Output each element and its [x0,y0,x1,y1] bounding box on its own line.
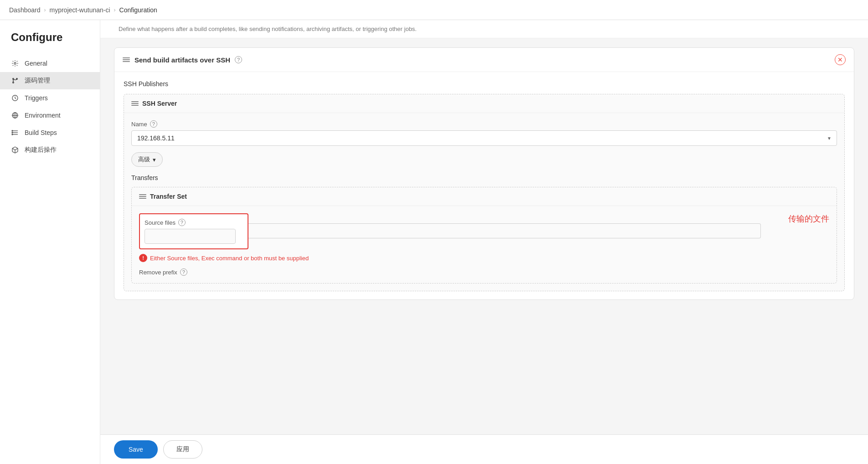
source-files-row: Source files ? 传输的文件 [139,213,829,249]
transfer-body: Source files ? 传输的文件 [132,206,837,283]
sidebar-label-triggers: Triggers [25,94,48,102]
source-files-help-icon[interactable]: ? [178,219,186,226]
sidebar-label-environment: Environment [25,112,61,119]
remove-prefix-row: Remove prefix ? [139,268,829,276]
breadcrumb-sep-1: › [44,7,46,13]
sidebar-label-post-build: 构建后操作 [25,146,57,154]
transfer-drag-handle[interactable] [139,194,146,199]
name-field-label: Name ? [131,120,837,128]
plugin-body: SSH Publishers SSH Server Name [114,72,854,299]
name-help-icon[interactable]: ? [150,120,157,128]
transfer-header: Transfer Set [132,187,837,206]
sidebar-item-build-steps[interactable]: Build Steps [0,124,100,141]
plugin-header: Send build artifacts over SSH ? ✕ [114,48,854,72]
server-drag-handle[interactable] [131,101,139,106]
clock-icon [11,94,19,102]
svg-point-11 [12,134,13,135]
sidebar-item-post-build[interactable]: 构建后操作 [0,141,100,159]
gear-icon [11,59,19,67]
plugin-panel: Send build artifacts over SSH ? ✕ SSH Pu… [114,47,854,300]
ssh-server-box: SSH Server Name ? 192.168.5.11 [124,94,845,291]
server-header: SSH Server [124,94,844,113]
source-files-label: Source files ? [145,219,243,226]
name-select[interactable]: 192.168.5.11 [131,130,837,146]
branch-icon [11,77,19,85]
breadcrumb-dashboard[interactable]: Dashboard [9,6,41,14]
source-files-input[interactable] [145,229,236,244]
plugin-close-button[interactable]: ✕ [835,54,846,65]
remove-prefix-help-icon[interactable]: ? [180,268,187,276]
desc-bar: Define what happens after a build comple… [100,20,868,38]
transfer-title: Transfer Set [150,193,187,200]
sidebar: Configure General 源码管理 [0,20,100,464]
advanced-button[interactable]: 高级 ▾ [131,152,163,167]
save-button[interactable]: Save [114,440,158,459]
sidebar-label-source: 源码管理 [25,77,50,85]
server-title: SSH Server [142,100,177,107]
list-icon [11,129,19,137]
source-files-highlighted: Source files ? [139,213,248,249]
server-body: Name ? 192.168.5.11 高级 ▾ [124,113,844,291]
transfer-set-box: Transfer Set Source files ? [131,187,837,284]
sidebar-item-environment[interactable]: Environment [0,107,100,124]
transfers-label: Transfers [131,174,837,181]
ssh-publishers-label: SSH Publishers [124,80,845,88]
svg-point-9 [12,130,13,131]
content-area: Define what happens after a build comple… [100,20,868,464]
globe-icon [11,111,19,119]
sidebar-item-triggers[interactable]: Triggers [0,89,100,107]
drag-handle[interactable] [123,57,130,62]
name-select-wrapper: 192.168.5.11 [131,130,837,146]
svg-point-10 [12,132,13,133]
breadcrumb-current: Configuration [119,6,157,14]
sidebar-label-general: General [25,60,47,67]
sidebar-item-source[interactable]: 源码管理 [0,72,100,89]
box-icon [11,146,19,154]
svg-point-3 [13,82,14,83]
breadcrumb-sep-2: › [114,7,116,13]
svg-point-0 [14,62,16,64]
main-layout: Configure General 源码管理 [0,20,868,464]
plugin-help-icon[interactable]: ? [235,56,242,63]
error-icon: ! [139,254,147,262]
plugin-title: Send build artifacts over SSH [134,56,230,64]
annotation-text: 传输的文件 [788,213,829,224]
breadcrumb-project[interactable]: myproject-wutunan-ci [50,6,110,14]
top-bar: Dashboard › myproject-wutunan-ci › Confi… [0,0,868,20]
sidebar-item-general[interactable]: General [0,55,100,72]
name-field-row: Name ? 192.168.5.11 [131,120,837,146]
source-files-full-input[interactable] [248,223,761,238]
bottom-bar: Save 应用 [100,434,868,464]
error-message: ! Either Source files, Exec command or b… [139,254,829,262]
sidebar-title: Configure [0,31,100,55]
chevron-down-icon: ▾ [153,156,156,163]
apply-button[interactable]: 应用 [163,440,202,459]
sidebar-label-build-steps: Build Steps [25,129,57,136]
